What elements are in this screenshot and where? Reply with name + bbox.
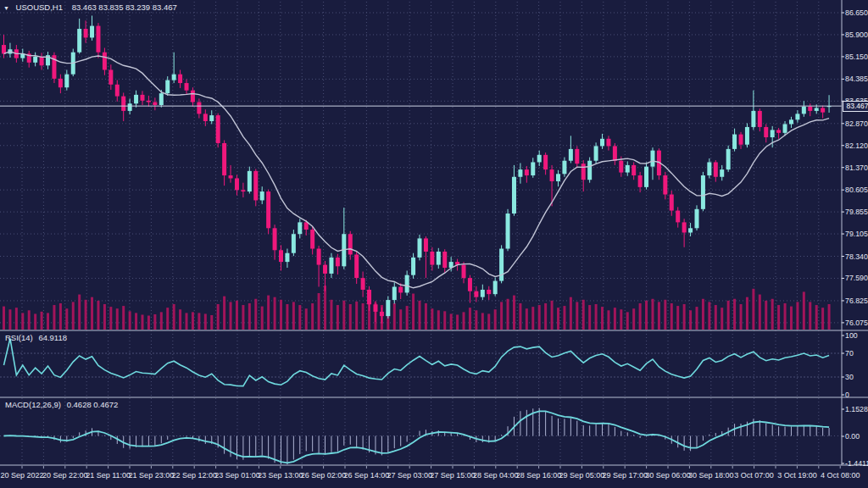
svg-text:28 Sep 04:00: 28 Sep 04:00 (473, 471, 519, 480)
rsi-label: RSI(14) (5, 333, 33, 342)
moving-average-line (4, 52, 830, 288)
svg-text:27 Sep 03:00: 27 Sep 03:00 (387, 471, 432, 480)
svg-text:23 Sep 01:00: 23 Sep 01:00 (214, 471, 260, 480)
macd-value: 0.4628 0.4672 (67, 400, 119, 409)
svg-text:4 Oct 08:00: 4 Oct 08:00 (821, 471, 860, 480)
svg-text:76.825: 76.825 (845, 297, 868, 305)
svg-text:79.855: 79.855 (845, 208, 868, 216)
chart-canvas[interactable]: 86.65085.90085.15084.38583.63582.87082.1… (0, 0, 868, 488)
svg-text:30 Sep 06:00: 30 Sep 06:00 (645, 471, 691, 480)
macd-caption: MACD(12,26,9) 0.4628 0.4672 (5, 400, 118, 409)
chart-title: ▼ USOUSD,H1 83.463 83.835 83.239 83.467 (3, 3, 177, 13)
svg-text:22 Sep 12:00: 22 Sep 12:00 (171, 471, 217, 480)
svg-text:0.00: 0.00 (845, 432, 860, 441)
symbol-dropdown-icon[interactable]: ▼ (3, 5, 9, 11)
volume-bars (3, 286, 831, 330)
macd-signal-line (4, 411, 830, 463)
svg-text:84.385: 84.385 (845, 75, 868, 83)
svg-text:21 Sep 23:00: 21 Sep 23:00 (129, 471, 175, 480)
indicator-panels (0, 339, 842, 465)
grid (0, 2, 842, 465)
svg-text:79.105: 79.105 (845, 230, 868, 238)
mt5-chart-window: 86.65085.90085.15084.38583.63582.87082.1… (0, 0, 868, 488)
svg-text:78.340: 78.340 (845, 252, 868, 261)
axes[interactable]: 86.65085.90085.15084.38583.63582.87082.1… (0, 0, 868, 480)
svg-text:28 Sep 16:00: 28 Sep 16:00 (516, 471, 562, 480)
rsi-caption: RSI(14) 64.9118 (5, 333, 67, 342)
svg-text:85.150: 85.150 (845, 53, 868, 61)
svg-text:80.605: 80.605 (845, 186, 868, 194)
svg-text:70: 70 (845, 349, 854, 358)
svg-text:86.650: 86.650 (845, 8, 868, 17)
svg-text:21 Sep 11:00: 21 Sep 11:00 (86, 471, 131, 480)
svg-text:23 Sep 13:00: 23 Sep 13:00 (258, 471, 303, 480)
svg-text:30 Sep 18:00: 30 Sep 18:00 (688, 471, 734, 480)
candles (0, 15, 842, 323)
svg-text:26 Sep 02:00: 26 Sep 02:00 (301, 471, 347, 480)
price-axis[interactable]: 86.65085.90085.15084.38583.63582.87082.1… (842, 8, 868, 468)
svg-text:30: 30 (845, 373, 854, 381)
svg-text:0: 0 (845, 391, 849, 399)
ohlc-readout: 83.463 83.835 83.239 83.467 (72, 3, 177, 12)
rsi-line (4, 339, 830, 386)
svg-text:1.1528: 1.1528 (845, 405, 868, 413)
svg-text:3 Oct 07:00: 3 Oct 07:00 (734, 471, 774, 480)
svg-text:-1.4411: -1.4411 (845, 459, 868, 468)
macd-label: MACD(12,26,9) (5, 400, 61, 409)
svg-text:82.120: 82.120 (845, 141, 868, 150)
svg-text:29 Sep 17:00: 29 Sep 17:00 (602, 471, 648, 480)
svg-text:100: 100 (845, 331, 858, 340)
svg-text:77.590: 77.590 (845, 274, 868, 282)
svg-text:26 Sep 14:00: 26 Sep 14:00 (344, 471, 390, 480)
svg-text:29 Sep 05:00: 29 Sep 05:00 (559, 471, 605, 480)
current-price-tag: 83.467 (843, 101, 868, 112)
svg-text:3 Oct 19:00: 3 Oct 19:00 (777, 471, 817, 480)
svg-text:20 Sep 22:00: 20 Sep 22:00 (42, 471, 88, 480)
rsi-value: 64.9118 (38, 333, 67, 342)
svg-text:85.900: 85.900 (845, 30, 868, 39)
symbol-label: USOUSD,H1 (16, 3, 63, 12)
svg-text:81.370: 81.370 (845, 164, 868, 172)
svg-text:76.075: 76.075 (845, 319, 868, 327)
svg-text:27 Sep 15:00: 27 Sep 15:00 (430, 471, 476, 480)
svg-text:20 Sep 2022: 20 Sep 2022 (0, 471, 43, 480)
time-axis[interactable]: 20 Sep 202220 Sep 22:0021 Sep 11:0021 Se… (0, 466, 860, 480)
svg-text:82.870: 82.870 (845, 119, 868, 128)
